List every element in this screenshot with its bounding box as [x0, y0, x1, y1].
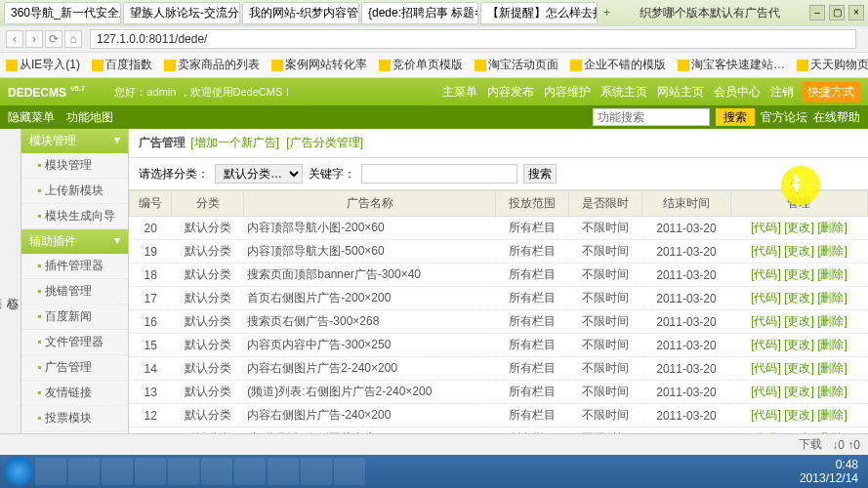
table-row: 12默认分类内容右侧图片广告-240×200所有栏目不限时间2011-03-20…: [130, 404, 868, 427]
fast-method-btn[interactable]: 快捷方式: [802, 82, 860, 102]
content-area: 广告管理 [增加一个新广告] [广告分类管理] 请选择分类： 默认分类… 关键字…: [129, 129, 868, 451]
table-row: 20默认分类内容顶部导航小图-200×60所有栏目不限时间2011-03-20[…: [130, 217, 868, 240]
task-explorer[interactable]: [68, 458, 100, 485]
keyword-input[interactable]: [361, 164, 517, 183]
row-ops[interactable]: [代码] [更改] [删除]: [730, 381, 867, 404]
breadcrumb: 广告管理 [增加一个新广告] [广告分类管理]: [129, 129, 868, 158]
url-input[interactable]: 127.1.0.0:8011/dede/: [90, 29, 856, 49]
dede-nav-item[interactable]: 内容发布: [487, 84, 534, 101]
nav-back[interactable]: ‹: [6, 30, 23, 48]
func-map[interactable]: 功能地图: [66, 110, 113, 124]
browser-tab[interactable]: 我的网站-织梦内容管理×: [242, 2, 359, 24]
window-min[interactable]: –: [809, 5, 825, 20]
help-link[interactable]: 在线帮助: [813, 109, 860, 126]
sidebar-item[interactable]: 挑错管理: [21, 279, 128, 305]
table-row: 18默认分类搜索页面顶部banner广告-300×40所有栏目不限时间2011-…: [130, 264, 868, 287]
sidebar-item[interactable]: 友情链接: [21, 381, 128, 406]
nav-fwd[interactable]: ›: [25, 30, 43, 48]
sidebar: 模块管理▾ 模块管理上传新模块模块生成向导 辅助插件▾ 插件管理器挑错管理百度新…: [21, 129, 129, 451]
forum-link[interactable]: 官方论坛: [761, 109, 807, 126]
task-app6[interactable]: [268, 458, 299, 485]
row-ops[interactable]: [代码] [更改] [删除]: [730, 357, 867, 381]
browser-tab[interactable]: 360导航_新一代安全上×: [4, 2, 121, 24]
sidebar-item[interactable]: 投票模块: [21, 406, 128, 431]
left-rail-item[interactable]: 核心: [4, 133, 21, 443]
row-ops[interactable]: [代码] [更改] [删除]: [730, 404, 867, 427]
sidebar-group-module[interactable]: 模块管理▾: [21, 129, 128, 153]
dede-nav-item[interactable]: 系统主页: [600, 84, 647, 101]
dede-nav-item[interactable]: 网站主页: [657, 84, 704, 101]
sidebar-item[interactable]: 广告管理: [21, 355, 128, 381]
sidebar-group-plugin[interactable]: 辅助插件▾: [21, 229, 128, 254]
search-btn[interactable]: 搜索: [523, 164, 557, 183]
task-app1[interactable]: [102, 458, 133, 485]
task-app2[interactable]: [135, 458, 166, 485]
sidebar-item[interactable]: 文件管理器: [21, 330, 128, 355]
dede-header: DEDECMS v5.7 您好：admin ，欢迎使用DedeCMS！ 主菜单内…: [0, 78, 868, 105]
sidebar-item[interactable]: 模块生成向导: [21, 204, 128, 229]
row-ops[interactable]: [代码] [更改] [删除]: [730, 287, 867, 310]
sidebar-item[interactable]: 插件管理器: [21, 254, 128, 279]
taskbar: 0:482013/12/14: [0, 455, 868, 488]
dede-nav-item[interactable]: 主菜单: [442, 84, 477, 101]
left-rail-item[interactable]: 模块: [0, 133, 4, 443]
start-button[interactable]: [4, 457, 33, 486]
bookmark-item[interactable]: 从IE导入(1): [6, 57, 80, 73]
page-title-overflow: 织梦哪个版本默认有广告代: [640, 5, 780, 21]
ad-table: 编号分类广告名称投放范围是否限时结束时间管理 20默认分类内容顶部导航小图-20…: [129, 190, 868, 451]
dede-nav-item[interactable]: 会员中心: [714, 84, 761, 101]
sidebar-item[interactable]: 模块管理: [21, 153, 128, 179]
dede-logo: DEDECMS v5.7: [8, 84, 85, 100]
dede-subbar: 隐藏菜单功能地图 搜索 官方论坛 在线帮助: [0, 105, 868, 129]
dede-nav-item[interactable]: 注销: [770, 84, 794, 101]
cat-select[interactable]: 默认分类…: [215, 164, 303, 183]
task-app5[interactable]: [234, 458, 266, 485]
task-app8[interactable]: [334, 458, 365, 485]
sidebar-item[interactable]: 百度新闻: [21, 305, 128, 330]
nav-reload[interactable]: ⟳: [45, 30, 62, 48]
hide-menu[interactable]: 隐藏菜单: [8, 110, 55, 124]
bookmark-item[interactable]: 竞价单页模版: [379, 57, 463, 73]
col-header: 是否限时: [569, 191, 642, 217]
col-header: 分类: [172, 191, 243, 217]
dede-nav-item[interactable]: 内容维护: [544, 84, 591, 101]
window-close[interactable]: ×: [848, 5, 864, 20]
ad-cat-link[interactable]: [广告分类管理]: [286, 136, 363, 149]
download-label[interactable]: 下载: [799, 436, 822, 453]
task-app3[interactable]: [168, 458, 199, 485]
browser-tab[interactable]: {dede:招聘启事 标题=×: [361, 2, 478, 24]
window-max[interactable]: ▢: [829, 5, 845, 20]
row-ops[interactable]: [代码] [更改] [删除]: [730, 240, 867, 264]
row-ops[interactable]: [代码] [更改] [删除]: [730, 334, 867, 357]
bookmark-item[interactable]: 百度指数: [92, 57, 152, 73]
bookmark-item[interactable]: 案例网站转化率: [271, 57, 367, 73]
browser-tab[interactable]: 望族人脉论坛-交流分…×: [123, 2, 240, 24]
filter-bar: 请选择分类： 默认分类… 关键字： 搜索: [129, 158, 868, 190]
row-ops[interactable]: [代码] [更改] [删除]: [730, 217, 867, 240]
table-row: 16默认分类搜索页右侧广告-300×268所有栏目不限时间2011-03-20[…: [130, 310, 868, 334]
add-ad-link[interactable]: [增加一个新广告]: [190, 136, 279, 149]
browser-statusbar: 下载 ↓0 ↑0: [0, 433, 868, 455]
cursor-highlight: [781, 166, 820, 205]
bookmark-item[interactable]: 企业不错的模版: [570, 57, 666, 73]
left-rail[interactable]: 核心模块生成采集会员模板系统: [0, 129, 21, 451]
bookmark-item[interactable]: 淘宝活动页面: [475, 57, 558, 73]
func-search-input[interactable]: [593, 108, 710, 126]
row-ops[interactable]: [代码] [更改] [删除]: [730, 310, 867, 334]
browser-tab[interactable]: 【新提醒】怎么样去挣×: [480, 2, 598, 24]
col-header: 编号: [130, 191, 172, 217]
bookmark-item[interactable]: 天天购物页面: [797, 57, 868, 73]
new-tab-btn[interactable]: +: [603, 6, 610, 20]
system-tray[interactable]: 0:482013/12/14: [800, 458, 864, 486]
task-ie[interactable]: [35, 458, 66, 485]
func-search-btn[interactable]: 搜索: [716, 108, 755, 126]
bookmarks-bar: 从IE导入(1)百度指数卖家商品的列表案例网站转化率竞价单页模版淘宝活动页面企业…: [0, 53, 868, 78]
sidebar-item[interactable]: 上传新模块: [21, 179, 128, 204]
table-row: 15默认分类内容页内容中广告-300×250所有栏目不限时间2011-03-20…: [130, 334, 868, 357]
task-app7[interactable]: [301, 458, 332, 485]
bookmark-item[interactable]: 淘宝客快速建站…: [678, 57, 785, 73]
row-ops[interactable]: [代码] [更改] [删除]: [730, 264, 867, 287]
task-app4[interactable]: [201, 458, 232, 485]
bookmark-item[interactable]: 卖家商品的列表: [164, 57, 260, 73]
nav-home[interactable]: ⌂: [64, 30, 82, 48]
